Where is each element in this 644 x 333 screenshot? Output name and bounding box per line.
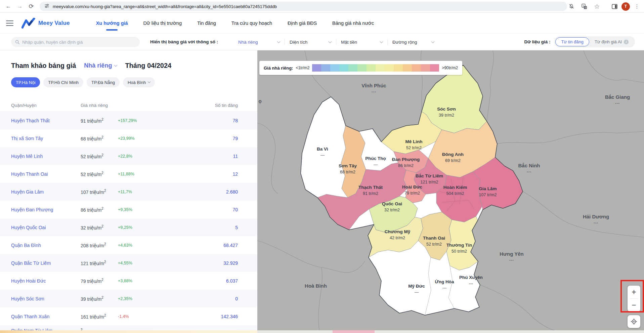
dropdown-frontage[interactable]: Mặt tiền	[336, 40, 387, 45]
chevron-down-icon	[431, 40, 435, 43]
side-panel-icon[interactable]	[609, 1, 620, 11]
district-link[interactable]: Huyện Thanh Oai	[11, 171, 81, 177]
price-change: +9,35%	[118, 207, 198, 212]
listing-count[interactable]: 12	[198, 171, 238, 177]
translate-icon[interactable]: a G	[578, 1, 590, 11]
svg-text:Bắc Giang: Bắc Giang	[605, 94, 630, 100]
district-price: 208 triệu/m2	[81, 242, 118, 248]
chevron-down-icon	[277, 40, 281, 43]
forward-icon[interactable]: →	[14, 1, 26, 11]
district-price: 52 triệu/m2	[81, 153, 118, 159]
listing-count[interactable]: 6.037	[198, 278, 238, 284]
listing-count[interactable]: 79	[198, 136, 238, 141]
nav-bang-gia-nha-nuoc[interactable]: Bảng giá nhà nước	[332, 17, 374, 29]
logo-text: Meey Value	[38, 20, 70, 27]
nav-tin-dang[interactable]: Tin đăng	[197, 17, 216, 29]
dropdown-street-width[interactable]: Đường rộng	[388, 40, 439, 45]
browser-toolbar: ← → ⟳ meeyvalue.com/xu-huong-gia?area_ra…	[0, 0, 644, 13]
listing-count[interactable]: 32.929	[198, 260, 238, 266]
district-link[interactable]: Huyện Mê Linh	[11, 154, 81, 159]
svg-text:---: ---	[442, 286, 447, 290]
listing-count[interactable]: 0	[198, 296, 238, 301]
back-icon[interactable]: ←	[3, 1, 14, 11]
district-search[interactable]	[11, 37, 140, 47]
dropdown-area[interactable]: Diện tích	[285, 40, 336, 45]
zoom-out-button[interactable]: −	[628, 299, 640, 311]
svg-text:Hưng Yên: Hưng Yên	[500, 251, 523, 257]
col-district: Quận/Huyện	[11, 103, 81, 108]
district-link[interactable]: Thị xã Sơn Tây	[11, 136, 81, 141]
chevron-down-icon	[148, 80, 151, 83]
meeyvalue-logo[interactable]: Meey Value	[22, 18, 70, 29]
table-row: Thị xã Sơn Tây 68 triệu/m2 +23,99% 79	[0, 129, 257, 147]
svg-text:Thạch Thất: Thạch Thất	[358, 185, 383, 190]
table-row: Huyện Hoài Đức 79 triệu/m2 +3,88% 6.037	[0, 272, 257, 290]
district-price: 79 triệu/m2	[81, 278, 118, 284]
notifications-blocked-icon[interactable]	[566, 1, 577, 11]
nav-du-lieu-thi-truong[interactable]: Dữ liệu thị trường	[143, 17, 182, 29]
district-link[interactable]: Huyện Thạch Thất	[11, 118, 81, 123]
browser-menu-icon[interactable]: ⋮	[631, 1, 643, 11]
nav-dinh-gia-bds[interactable]: Định giá BĐS	[288, 17, 317, 29]
source-from-listings[interactable]: Từ tin đăng	[555, 37, 589, 46]
price-map[interactable]: Ba Vì--- Sơn Tây68 tr/m2 Phúc Thọ--- Mê …	[257, 50, 644, 333]
district-link[interactable]: Huyện Gia Lâm	[11, 189, 81, 195]
listing-count[interactable]: 68.427	[198, 243, 238, 248]
district-link[interactable]: Huyện Đan Phượng	[11, 207, 81, 212]
bookmark-star-icon[interactable]: ☆	[591, 1, 603, 11]
profile-avatar[interactable]: T	[621, 2, 630, 11]
listing-count[interactable]: 2.680	[198, 189, 238, 195]
dropdown-property-type[interactable]: Nhà riêng	[233, 40, 285, 45]
svg-text:---: ---	[320, 153, 325, 158]
district-link[interactable]: Huyện Hoài Đức	[11, 278, 81, 284]
price-change: -1,4%	[118, 314, 198, 319]
district-link[interactable]: Huyện Sóc Sơn	[11, 296, 81, 301]
reload-icon[interactable]: ⟳	[26, 1, 37, 11]
city-tab-hoabinh[interactable]: Hoà Bình	[123, 77, 155, 87]
listing-count[interactable]: 5	[198, 225, 238, 230]
listing-count[interactable]: 142.346	[198, 314, 238, 319]
district-link[interactable]: Quận Bắc Từ Liêm	[11, 260, 81, 266]
col-price: Giá nhà riêng	[81, 103, 118, 108]
listing-count[interactable]: 11	[198, 154, 238, 159]
city-tab-danang[interactable]: TP.Đà Nẵng	[87, 77, 120, 87]
listing-count[interactable]: 70	[198, 207, 238, 212]
nav-tra-cuu-quy-hoach[interactable]: Tra cứu quy hoạch	[231, 17, 272, 29]
svg-text:Quốc Oai: Quốc Oai	[382, 201, 402, 206]
site-settings-icon[interactable]	[44, 3, 49, 10]
svg-text:---: ---	[509, 258, 514, 262]
district-link[interactable]: Huyện Quốc Oai	[11, 225, 81, 230]
locate-button[interactable]	[628, 315, 640, 328]
hamburger-menu-icon[interactable]	[6, 19, 13, 28]
district-link[interactable]: Quận Thanh Xuân	[11, 314, 81, 319]
city-tab-hcm[interactable]: TP.Hồ Chí Minh	[43, 77, 83, 87]
hanoi-districts-map[interactable]: Ba Vì--- Sơn Tây68 tr/m2 Phúc Thọ--- Mê …	[257, 50, 644, 333]
svg-text:Ứng Hòa: Ứng Hòa	[435, 279, 454, 284]
nav-xu-huong-gia[interactable]: Xu hướng giá	[96, 17, 128, 29]
district-link[interactable]: Quận Ba Đình	[11, 243, 81, 248]
svg-text:39 tr/m2: 39 tr/m2	[439, 113, 454, 118]
svg-text:86 tr/m2: 86 tr/m2	[398, 163, 414, 168]
city-tab-hanoi[interactable]: TP.Hà Nội	[11, 77, 40, 87]
table-row: Quận Thanh Xuân 161 triệu/m2 -1,4% 142.3…	[0, 307, 257, 325]
district-price: 32 triệu/m2	[81, 224, 118, 231]
property-type-selector[interactable]: Nhà riêng	[84, 62, 117, 69]
zoom-in-button[interactable]: +	[628, 286, 640, 298]
logo-mark-icon	[22, 18, 36, 29]
svg-text:504 tr/m2: 504 tr/m2	[446, 191, 464, 196]
legend-swatch	[357, 64, 367, 72]
price-change: +11,88%	[118, 172, 198, 176]
legend-swatch	[348, 64, 357, 72]
table-row: Quận Ba Đình 208 triệu/m2 +4,63% 68.427	[0, 236, 257, 254]
listing-count[interactable]: 78	[198, 118, 238, 123]
price-change: +2,35%	[118, 296, 198, 301]
table-row: Huyện Mê Linh 52 triệu/m2 +22,8% 11	[0, 147, 257, 165]
svg-text:Thường Tín: Thường Tín	[446, 243, 472, 248]
info-icon[interactable]: i	[624, 40, 629, 44]
search-input[interactable]	[22, 40, 136, 45]
search-icon	[15, 40, 19, 44]
svg-text:Sơn Tây: Sơn Tây	[339, 163, 357, 168]
city-tabs: TP.Hà Nội TP.Hồ Chí Minh TP.Đà Nẵng Hoà …	[11, 77, 155, 87]
source-from-ai[interactable]: Từ định giá AI i	[589, 38, 634, 46]
address-bar[interactable]: meeyvalue.com/xu-huong-gia?area_range=al…	[40, 2, 567, 11]
